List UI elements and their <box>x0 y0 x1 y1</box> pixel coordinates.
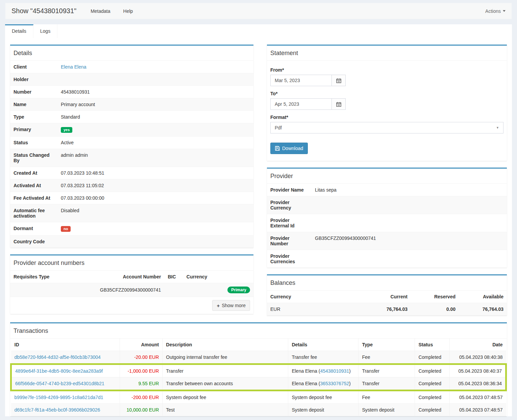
download-button[interactable]: Download <box>270 143 308 154</box>
detail-row-activated-at: Activated At 07.03.2023 11:05:02 <box>10 179 253 192</box>
tab-bar: Details Logs <box>5 24 512 38</box>
to-calendar-addon[interactable] <box>332 98 346 110</box>
tab-details[interactable]: Details <box>5 24 33 38</box>
detail-row-client: Client Elena Elena <box>10 61 253 73</box>
transaction-account-link[interactable]: 45438010931 <box>320 368 349 374</box>
transaction-account-link[interactable]: 36533076752 <box>320 381 349 386</box>
to-label: To* <box>270 91 503 96</box>
provider-row-number: Provider Number GB35CFZZ00994300000741 <box>267 232 507 250</box>
provider-account-numbers-table: Requisites Type Account Number BIC Curre… <box>10 271 253 314</box>
dormant-no-badge: no <box>61 226 71 232</box>
transaction-id-link[interactable]: d69c1fc7-f61a-45eb-bc0f-39606b029026 <box>15 407 100 413</box>
detail-row-holder: Holder <box>10 73 253 86</box>
select-caret-icon: ▼ <box>496 126 499 129</box>
left-column: Details Client Elena Elena Holder <box>10 45 253 321</box>
detail-row-dormant: Dormant no <box>10 222 253 236</box>
detail-row-name: Name Primary account <box>10 98 253 111</box>
tab-content: Details Client Elena Elena Holder <box>5 38 512 416</box>
transactions-box: Transactions ID Amount Description Detai… <box>10 322 507 416</box>
transaction-id-link[interactable]: db58e720-fd64-4d32-af5e-f60cb3b73004 <box>15 354 101 360</box>
balances-box: Balances Currency Current Reserved Avail… <box>267 274 507 316</box>
detail-row-country-code: Country Code <box>10 236 253 248</box>
provider-row-currencies: Provider Currencies <box>267 250 507 268</box>
details-box-title: Details <box>10 46 253 61</box>
transaction-amount: -1,000.00 EUR <box>128 368 159 374</box>
page: Show "45438010931" Metadata Help Actions… <box>0 0 517 416</box>
format-selected-value: Pdf <box>275 125 282 130</box>
details-table: Client Elena Elena Holder Number 4543801… <box>10 61 253 248</box>
from-label: From* <box>270 67 503 73</box>
provider-row-name: Provider Name Litas sepa <box>267 184 507 196</box>
balances-table: Currency Current Reserved Available EUR … <box>267 291 507 316</box>
from-calendar-addon[interactable] <box>332 75 346 86</box>
provider-account-numbers-box: Provider account numbers Requisites Type… <box>10 254 253 314</box>
tab-logs[interactable]: Logs <box>33 24 57 38</box>
provider-account-numbers-title: Provider account numbers <box>10 255 253 271</box>
transaction-amount: -20.00 EUR <box>134 354 159 360</box>
header-menu: Metadata Help <box>91 8 133 14</box>
provider-row-external-id: Provider External Id <box>267 214 507 232</box>
transaction-row: db58e720-fd64-4d32-af5e-f60cb3b73004 -20… <box>11 351 506 364</box>
primary-yes-badge: yes <box>61 127 72 133</box>
format-select[interactable]: Pdf ▼ <box>270 122 503 133</box>
show-more-button[interactable]: + Show more <box>212 300 250 311</box>
calendar-icon <box>336 102 341 107</box>
detail-row-automatic-fee-activation: Automatic fee activation Disabled <box>10 204 253 222</box>
provider-account-row: GB35CFZZ00994300000741 Primary <box>10 283 253 297</box>
primary-account-badge: Primary <box>227 287 250 293</box>
statement-box-title: Statement <box>267 46 507 61</box>
transaction-row: d69c1fc7-f61a-45eb-bc0f-39606b029026 10,… <box>11 404 506 416</box>
top-header-bar: Show "45438010931" Metadata Help Actions <box>5 3 512 19</box>
transaction-amount: -200.00 EUR <box>131 395 159 400</box>
format-label: Format* <box>270 115 503 120</box>
actions-dropdown-button[interactable]: Actions <box>485 8 506 14</box>
detail-row-type: Type Standard <box>10 111 253 123</box>
provider-box-title: Provider <box>267 169 507 184</box>
transactions-box-title: Transactions <box>10 323 507 339</box>
transaction-amount: 10,000.00 EUR <box>127 407 159 413</box>
detail-row-status-changed-by: Status Changed By admin admin <box>10 149 253 167</box>
menu-item-metadata[interactable]: Metadata <box>91 8 110 14</box>
transaction-id-link[interactable]: 4899e64f-31be-4db5-809c-8ee2aa283a9f <box>15 368 103 374</box>
to-date-group <box>270 98 346 110</box>
page-title: Show "45438010931" <box>11 7 76 15</box>
transaction-id-link[interactable]: b999e7fe-1589-4269-9895-1c8a621da7d1 <box>15 395 103 400</box>
detail-row-status: Status Active <box>10 137 253 149</box>
transaction-amount: 9.55 EUR <box>139 381 159 386</box>
transaction-id-link[interactable]: 66f566de-0547-4740-b239-ed54301d8b21 <box>15 381 104 386</box>
save-icon <box>275 146 280 151</box>
transaction-row-highlighted: 4899e64f-31be-4db5-809c-8ee2aa283a9f -1,… <box>11 364 506 377</box>
detail-row-fee-activated-at: Fee Activated At 07.03.2023 00:00:00 <box>10 192 253 204</box>
statement-form: From* <box>267 61 507 161</box>
transaction-row-highlighted: 66f566de-0547-4740-b239-ed54301d8b21 9.5… <box>11 377 506 391</box>
right-column: Statement From* <box>267 45 507 322</box>
transactions-table: ID Amount Description Details Type Statu… <box>10 339 507 416</box>
plus-icon: + <box>217 303 220 308</box>
balances-box-title: Balances <box>267 275 507 291</box>
detail-row-primary: Primary yes <box>10 123 253 137</box>
calendar-icon <box>336 78 341 83</box>
caret-down-icon <box>503 10 506 12</box>
statement-box: Statement From* <box>267 45 507 161</box>
provider-row-currency: Provider Currency <box>267 196 507 214</box>
actions-label: Actions <box>485 8 501 14</box>
detail-row-created-at: Created At 07.03.2023 10:48:51 <box>10 167 253 179</box>
detail-row-number: Number 45438010931 <box>10 86 253 98</box>
transaction-row: b999e7fe-1589-4269-9895-1c8a621da7d1 -20… <box>11 391 506 404</box>
from-date-input[interactable] <box>270 75 332 86</box>
details-box: Details Client Elena Elena Holder <box>10 45 253 248</box>
provider-box: Provider Provider Name Litas sepa Provid… <box>267 168 507 268</box>
menu-item-help[interactable]: Help <box>123 8 133 14</box>
from-date-group <box>270 75 346 86</box>
client-link[interactable]: Elena Elena <box>61 64 87 70</box>
to-date-input[interactable] <box>270 98 332 110</box>
provider-table: Provider Name Litas sepa Provider Curren… <box>267 184 507 268</box>
balance-row: EUR 76,764.03 0.00 76,764.03 <box>267 303 507 316</box>
